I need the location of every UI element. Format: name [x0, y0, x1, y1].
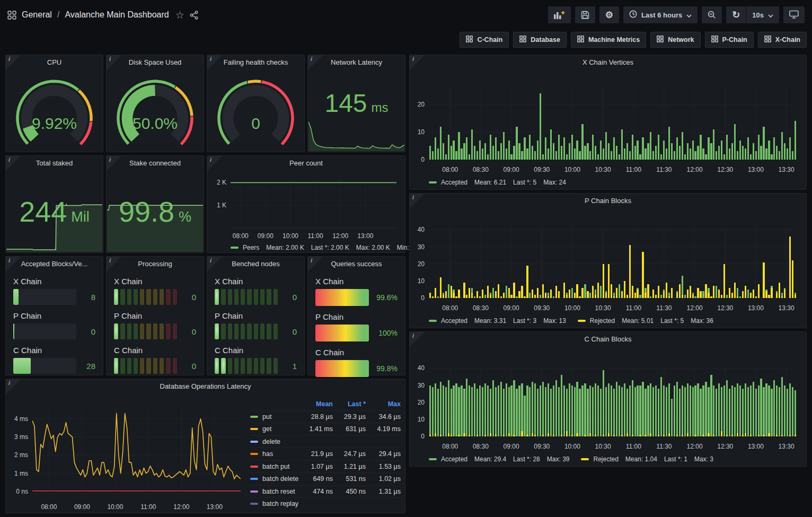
legend-series-name: Rejected — [593, 455, 618, 463]
lcd-cell-g — [221, 323, 225, 339]
legend-row-batch-put[interactable]: batch put1.07 µs1.21 µs1.53 µs — [250, 460, 401, 473]
legend-row-batch-reset[interactable]: batch reset474 ns450 ns1.31 µs — [250, 485, 401, 498]
panel-info-corner[interactable]: i — [207, 55, 222, 70]
x_vertices-plot[interactable] — [429, 88, 797, 160]
y-axis-tick: 4 ms — [6, 415, 28, 423]
link-p-chain[interactable]: P-Chain — [705, 32, 754, 48]
x-chain-lcd-gauge[interactable] — [114, 289, 177, 305]
breadcrumb-section[interactable]: General — [22, 10, 52, 20]
panel-info-corner[interactable]: i — [308, 257, 323, 271]
legend-item-accepted[interactable]: AcceptedMean: 29.4Last *: 28Max: 39 — [429, 455, 569, 463]
panel-info-corner[interactable]: i — [207, 257, 222, 271]
info-icon: i — [210, 257, 211, 264]
p-chain-lcd-gauge[interactable] — [215, 323, 278, 339]
panel-title[interactable]: Database Operations Latency — [6, 379, 405, 393]
y-axis-tick: 1 ms — [6, 470, 28, 477]
legend-row-delete[interactable]: delete — [250, 435, 401, 448]
legend-series: put — [250, 413, 300, 420]
panel-info-corner[interactable]: i — [410, 55, 425, 70]
lcd-cell-g — [127, 358, 131, 374]
y-axis-tick: 0 ns — [6, 488, 28, 495]
panel-info-corner[interactable]: i — [6, 156, 21, 171]
x-chain-gradient-bar[interactable] — [315, 289, 369, 306]
zoom-out-button[interactable] — [702, 6, 722, 23]
link-machine-metrics[interactable]: Machine Metrics — [571, 32, 646, 48]
panel-title[interactable]: Peer count — [207, 156, 405, 170]
disk-gauge[interactable] — [107, 71, 204, 148]
panel-info-corner[interactable]: i — [107, 156, 121, 171]
legend-item-accepted[interactable]: AcceptedMean: 3.31Last *: 3Max: 13 — [429, 317, 566, 325]
panel-info-corner[interactable]: i — [107, 55, 121, 70]
lcd-cell-y — [140, 323, 144, 339]
x-chain-lcd-gauge[interactable] — [215, 289, 278, 305]
c-chain-lcd-gauge[interactable] — [114, 358, 177, 374]
p-chain-lcd-gauge[interactable] — [114, 323, 177, 339]
p_blocks-plot[interactable] — [429, 226, 797, 298]
link-x-chain[interactable]: X-Chain — [758, 32, 807, 48]
cpu-gauge[interactable] — [6, 71, 103, 148]
row-label: X Chain — [215, 277, 297, 286]
panel-info-corner[interactable]: i — [207, 156, 222, 171]
share-icon[interactable] — [190, 11, 199, 20]
legend-row-batch-delete[interactable]: batch delete649 ns531 ns1.02 µs — [250, 472, 401, 485]
legend-swatch — [250, 503, 258, 505]
c-chain-bar[interactable] — [13, 358, 76, 374]
lcd-cell-y — [160, 358, 164, 374]
dashboard-grid-icon — [711, 36, 718, 44]
x-chain-bar[interactable] — [13, 289, 76, 305]
panel-info-corner[interactable]: i — [6, 379, 21, 394]
panel-info-corner[interactable]: i — [107, 257, 121, 271]
legend-last-value: 24.7 µs — [333, 450, 366, 458]
link-network[interactable]: Network — [650, 32, 700, 48]
c-chain-lcd-gauge[interactable] — [215, 358, 278, 374]
peer_count-plot[interactable] — [231, 179, 396, 228]
legend-item-rejected[interactable]: RejectedMean: 1.04Last *: 1Max: 3 — [581, 455, 713, 463]
breadcrumb-title[interactable]: Avalanche Main Dashboard — [65, 10, 169, 20]
legend-stat: Max: 13 — [543, 317, 566, 325]
legend-stat: Max: 2.00 K — [356, 244, 390, 251]
panel-info-corner[interactable]: i — [6, 257, 21, 271]
legend-item-rejected[interactable]: RejectedMean: 5.01Last *: 5Max: 36 — [578, 317, 713, 325]
c_blocks-plot[interactable] — [429, 365, 797, 436]
panel-info-corner[interactable]: i — [410, 332, 425, 347]
x-axis-tick: 11:00 — [626, 304, 641, 312]
panel-info-corner[interactable]: i — [6, 55, 21, 70]
c-chain-gradient-bar[interactable] — [315, 360, 369, 377]
health-gauge-value: 0 — [207, 115, 304, 133]
p-chain-bar[interactable] — [13, 323, 76, 339]
panel-accepted-blocks: i Accepted Blocks/Ve... X Chain 8 P Chai… — [5, 256, 103, 375]
link-c-chain[interactable]: C-Chain — [460, 32, 509, 48]
p-chain-gradient-bar[interactable] — [315, 325, 369, 341]
x-axis-tick: 13:00 — [207, 503, 223, 511]
panel-info-corner[interactable]: i — [410, 194, 425, 208]
legend-row-put[interactable]: put28.8 µs29.3 µs34.6 µs — [250, 410, 401, 423]
legend-row-has[interactable]: has21.9 µs24.7 µs29.4 µs — [250, 448, 401, 460]
lcd-cell-r — [166, 323, 170, 339]
lcd-cell-g — [234, 289, 239, 305]
legend: AcceptedMean: 3.31Last *: 3Max: 13Reject… — [429, 317, 713, 325]
star-icon[interactable]: ☆ — [175, 9, 184, 21]
refresh-interval-picker[interactable]: 10s — [746, 6, 779, 23]
legend-row-batch-replay[interactable]: batch replay — [250, 497, 401, 510]
network-latency-sparkline[interactable] — [308, 120, 404, 151]
db_latency-plot[interactable] — [32, 409, 241, 492]
kiosk-mode-button[interactable] — [783, 6, 805, 23]
lcd-cell-y — [153, 323, 157, 339]
link-database[interactable]: Database — [513, 32, 567, 48]
time-range-picker[interactable]: Last 6 hours — [623, 6, 698, 23]
add-panel-button[interactable] — [548, 6, 571, 23]
dashboard-settings-button[interactable]: ⚙ — [599, 6, 619, 23]
panel-title[interactable]: C Chain Blocks — [410, 332, 806, 346]
legend-row-get[interactable]: get1.41 ms631 µs4.19 ms — [250, 423, 401, 435]
health-gauge[interactable] — [207, 71, 304, 148]
panel-title[interactable]: X Chain Vertices — [410, 55, 806, 69]
legend-item-peers[interactable]: PeersMean: 2.00 KLast *: 2.00 KMax: 2.00… — [231, 244, 420, 251]
panel-info-corner[interactable]: i — [308, 55, 323, 70]
apps-icon[interactable] — [7, 11, 16, 20]
y-axis-tick: 10 — [410, 128, 425, 136]
save-dashboard-button[interactable] — [575, 6, 595, 23]
legend-series-name: batch replay — [262, 500, 298, 507]
legend-item-accepted[interactable]: AcceptedMean: 6.21Last *: 5Max: 24 — [429, 179, 566, 186]
refresh-button[interactable]: ↻ — [726, 6, 746, 23]
panel-title[interactable]: P Chain Blocks — [410, 194, 806, 207]
